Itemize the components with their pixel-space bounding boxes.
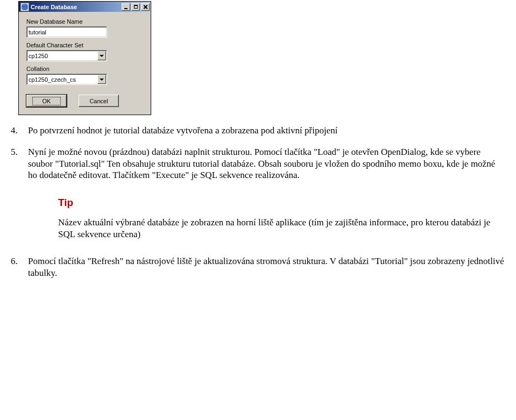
list-text: Nyní je možné novou (prázdnou) databázi …	[28, 146, 505, 181]
collation-label: Collation	[26, 66, 143, 72]
list-item: 6. Pomocí tlačítka "Refresh" na nástrojo…	[11, 255, 505, 279]
list-text: Po potvrzení hodnot je tutorial databáze…	[28, 125, 505, 137]
cancel-button[interactable]: Cancel	[79, 95, 119, 107]
tip-body: Název aktuální výbrané databáze je zobra…	[58, 217, 505, 240]
chevron-down-icon[interactable]	[97, 51, 106, 60]
create-database-dialog: Create Database New Database Name tutori…	[18, 1, 151, 115]
tip-block: Tip Název aktuální výbrané databáze je z…	[58, 196, 505, 240]
collation-combobox[interactable]: cp1250_czech_cs	[26, 74, 107, 85]
list-item: 5. Nyní je možné novou (prázdnou) databá…	[11, 146, 505, 181]
dialog-title: Create Database	[31, 4, 121, 10]
db-name-input[interactable]: tutorial	[26, 26, 107, 38]
minimize-button[interactable]	[122, 3, 130, 11]
chevron-down-icon[interactable]	[97, 75, 106, 84]
list-item: 4. Po potvrzení hodnot je tutorial datab…	[11, 125, 505, 137]
collation-value: cp1250_czech_cs	[29, 76, 76, 83]
charset-label: Default Character Set	[26, 42, 143, 48]
list-number: 5.	[11, 146, 28, 181]
db-name-label: New Database Name	[26, 18, 143, 25]
maximize-button[interactable]	[131, 3, 140, 11]
tip-heading: Tip	[58, 196, 505, 209]
charset-combobox[interactable]: cp1250	[26, 50, 107, 61]
dialog-titlebar[interactable]: Create Database	[19, 2, 151, 12]
list-number: 4.	[11, 125, 28, 137]
ok-button[interactable]: OK	[26, 95, 67, 107]
close-button[interactable]	[141, 3, 150, 11]
list-number: 6.	[11, 255, 28, 279]
database-icon	[20, 3, 29, 11]
db-name-value: tutorial	[29, 29, 46, 35]
charset-value: cp1250	[29, 53, 48, 59]
list-text: Pomocí tlačítka "Refresh" na nástrojové …	[28, 255, 505, 279]
